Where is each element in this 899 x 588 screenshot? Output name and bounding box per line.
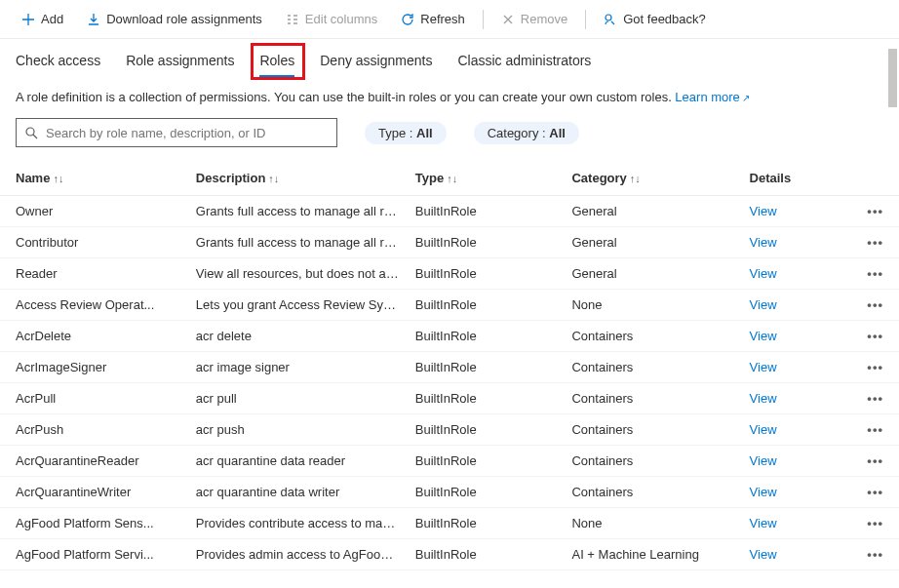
learn-more-link[interactable]: Learn more↗ bbox=[675, 90, 749, 104]
add-button[interactable]: Add bbox=[12, 8, 73, 30]
refresh-label: Refresh bbox=[420, 12, 465, 26]
toolbar-separator bbox=[483, 10, 484, 29]
external-link-icon: ↗ bbox=[742, 93, 750, 103]
cell-name[interactable]: AcrPush bbox=[0, 414, 188, 446]
refresh-icon bbox=[401, 13, 414, 26]
cell-category: Containers bbox=[564, 352, 741, 383]
cell-name[interactable]: Access Review Operat... bbox=[0, 290, 188, 321]
view-link[interactable]: View bbox=[750, 360, 777, 374]
view-link[interactable]: View bbox=[750, 485, 777, 499]
filters-row: Type : All Category : All bbox=[0, 118, 899, 161]
edit-columns-label: Edit columns bbox=[305, 12, 377, 26]
more-actions-icon[interactable]: ••• bbox=[867, 235, 883, 250]
cell-description: Grants full access to manage all res... bbox=[188, 196, 408, 227]
cell-name[interactable]: AcrQuarantineReader bbox=[0, 446, 188, 477]
roles-table: Name↑↓ Description↑↓ Type↑↓ Category↑↓ D… bbox=[0, 161, 899, 570]
more-actions-icon[interactable]: ••• bbox=[867, 453, 883, 468]
table-row: AcrQuarantineReaderacr quarantine data r… bbox=[0, 446, 899, 477]
view-link[interactable]: View bbox=[750, 204, 777, 218]
col-header-description[interactable]: Description↑↓ bbox=[188, 161, 408, 196]
cell-type: BuiltInRole bbox=[408, 446, 565, 477]
table-row: AcrPushacr pushBuiltInRoleContainersView… bbox=[0, 414, 899, 446]
more-actions-icon[interactable]: ••• bbox=[867, 516, 883, 530]
cell-type: BuiltInRole bbox=[408, 227, 565, 258]
feedback-button[interactable]: Got feedback? bbox=[594, 8, 716, 30]
tab-role-assignments[interactable]: Role assignments bbox=[126, 53, 234, 78]
cell-type: BuiltInRole bbox=[408, 352, 565, 383]
remove-icon bbox=[501, 13, 515, 26]
cell-description: View all resources, but does not all... bbox=[188, 258, 408, 290]
more-actions-icon[interactable]: ••• bbox=[867, 204, 883, 218]
search-input[interactable] bbox=[44, 125, 329, 141]
sort-icon: ↑↓ bbox=[630, 173, 641, 184]
more-actions-icon[interactable]: ••• bbox=[867, 391, 883, 406]
more-actions-icon[interactable]: ••• bbox=[867, 329, 883, 343]
view-link[interactable]: View bbox=[750, 547, 777, 562]
category-filter-label: Category : bbox=[488, 126, 550, 140]
more-actions-icon[interactable]: ••• bbox=[867, 547, 883, 562]
col-header-name[interactable]: Name↑↓ bbox=[0, 161, 188, 196]
description-text: A role definition is a collection of per… bbox=[16, 90, 675, 104]
cell-category: None bbox=[564, 508, 741, 539]
tabs: Check access Role assignments Roles Deny… bbox=[0, 39, 899, 78]
view-link[interactable]: View bbox=[750, 266, 777, 281]
cell-name[interactable]: AgFood Platform Sens... bbox=[0, 508, 188, 539]
cell-name[interactable]: Owner bbox=[0, 196, 188, 227]
cell-description: acr pull bbox=[188, 383, 408, 414]
more-actions-icon[interactable]: ••• bbox=[867, 485, 883, 499]
search-box[interactable] bbox=[16, 118, 337, 147]
type-filter-pill[interactable]: Type : All bbox=[365, 122, 447, 144]
svg-point-0 bbox=[606, 15, 611, 20]
tab-classic-administrators[interactable]: Classic administrators bbox=[457, 53, 591, 78]
cell-name[interactable]: AcrDelete bbox=[0, 321, 188, 352]
table-row: OwnerGrants full access to manage all re… bbox=[0, 196, 899, 227]
tab-deny-assignments[interactable]: Deny assignments bbox=[320, 53, 432, 78]
category-filter-value: All bbox=[549, 126, 566, 140]
cell-name[interactable]: AgFood Platform Servi... bbox=[0, 539, 188, 570]
cell-name[interactable]: AcrImageSigner bbox=[0, 352, 188, 383]
sort-icon: ↑↓ bbox=[447, 173, 457, 184]
category-filter-pill[interactable]: Category : All bbox=[474, 122, 579, 144]
col-header-category[interactable]: Category↑↓ bbox=[564, 161, 741, 196]
view-link[interactable]: View bbox=[750, 453, 777, 468]
more-actions-icon[interactable]: ••• bbox=[867, 266, 883, 281]
cell-category: Containers bbox=[564, 383, 741, 414]
cell-description: acr delete bbox=[188, 321, 408, 352]
view-link[interactable]: View bbox=[750, 422, 777, 437]
cell-name[interactable]: Reader bbox=[0, 258, 188, 290]
toolbar: Add Download role assignments Edit colum… bbox=[0, 0, 899, 39]
type-filter-value: All bbox=[416, 126, 433, 140]
more-actions-icon[interactable]: ••• bbox=[867, 297, 883, 312]
cell-name[interactable]: AcrQuarantineWriter bbox=[0, 477, 188, 508]
cell-name[interactable]: AcrPull bbox=[0, 383, 188, 414]
view-link[interactable]: View bbox=[750, 297, 777, 312]
col-header-type[interactable]: Type↑↓ bbox=[408, 161, 565, 196]
view-link[interactable]: View bbox=[750, 235, 777, 250]
view-link[interactable]: View bbox=[750, 516, 777, 530]
remove-button: Remove bbox=[491, 8, 577, 30]
tab-roles[interactable]: Roles bbox=[259, 53, 294, 78]
view-link[interactable]: View bbox=[750, 329, 777, 343]
tab-check-access[interactable]: Check access bbox=[16, 53, 100, 78]
cell-category: General bbox=[564, 196, 741, 227]
type-filter-label: Type : bbox=[378, 126, 416, 140]
columns-icon bbox=[286, 13, 299, 26]
more-actions-icon[interactable]: ••• bbox=[867, 360, 883, 374]
cell-category: Containers bbox=[564, 414, 741, 446]
more-actions-icon[interactable]: ••• bbox=[867, 422, 883, 437]
table-row: Access Review Operat...Lets you grant Ac… bbox=[0, 290, 899, 321]
refresh-button[interactable]: Refresh bbox=[391, 8, 475, 30]
cell-description: Lets you grant Access Review Syste... bbox=[188, 290, 408, 321]
cell-description: Provides admin access to AgFood ... bbox=[188, 539, 408, 570]
cell-type: BuiltInRole bbox=[408, 290, 565, 321]
cell-description: acr quarantine data writer bbox=[188, 477, 408, 508]
view-link[interactable]: View bbox=[750, 391, 777, 406]
remove-label: Remove bbox=[521, 12, 567, 26]
table-row: AcrPullacr pullBuiltInRoleContainersView… bbox=[0, 383, 899, 414]
scrollbar-thumb[interactable] bbox=[888, 49, 897, 107]
download-button[interactable]: Download role assignments bbox=[77, 8, 272, 30]
table-row: AcrImageSigneracr image signerBuiltInRol… bbox=[0, 352, 899, 383]
cell-description: acr image signer bbox=[188, 352, 408, 383]
table-row: ContributorGrants full access to manage … bbox=[0, 227, 899, 258]
cell-name[interactable]: Contributor bbox=[0, 227, 188, 258]
